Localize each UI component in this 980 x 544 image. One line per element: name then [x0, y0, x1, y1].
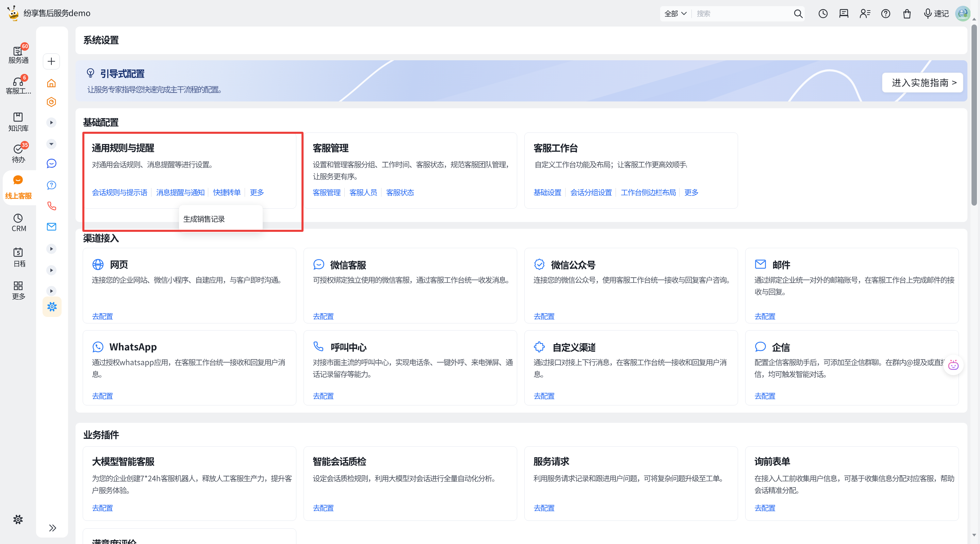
svg-text:CONNECT: CONNECT	[958, 17, 968, 19]
